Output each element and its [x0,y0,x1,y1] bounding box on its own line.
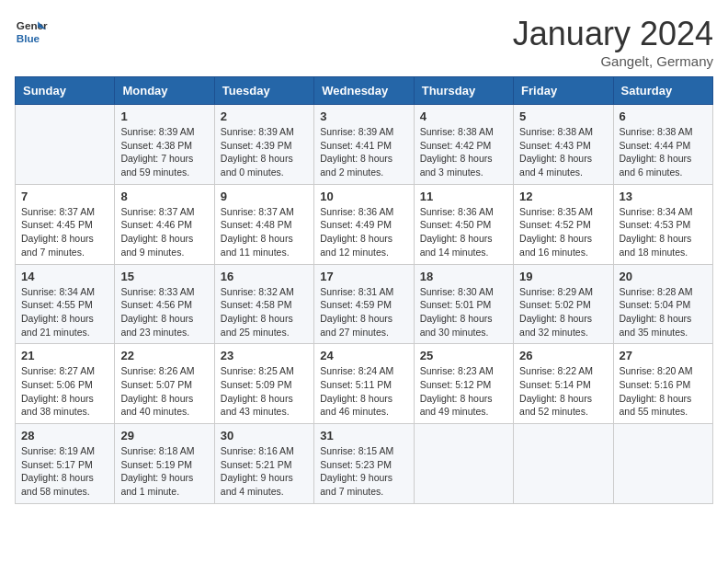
day-info: Sunrise: 8:20 AMSunset: 5:16 PMDaylight:… [620,364,707,419]
calendar-cell: 7Sunrise: 8:37 AMSunset: 4:45 PMDaylight… [16,184,115,264]
weekday-header-thursday: Thursday [414,77,513,105]
svg-text:Blue: Blue [17,32,40,44]
day-info: Sunrise: 8:37 AMSunset: 4:48 PMDaylight:… [221,205,308,259]
logo: General Blue [15,15,48,48]
calendar-cell: 23Sunrise: 8:25 AMSunset: 5:09 PMDayligh… [214,344,313,424]
weekday-header-row: SundayMondayTuesdayWednesdayThursdayFrid… [16,77,713,105]
day-info: Sunrise: 8:33 AMSunset: 4:56 PMDaylight:… [120,285,208,339]
day-info: Sunrise: 8:23 AMSunset: 5:12 PMDaylight:… [420,364,507,419]
day-info: Sunrise: 8:34 AMSunset: 4:53 PMDaylight:… [620,205,707,259]
day-info: Sunrise: 8:30 AMSunset: 5:01 PMDaylight:… [420,285,507,339]
day-number: 16 [221,270,308,283]
day-info: Sunrise: 8:38 AMSunset: 4:44 PMDaylight:… [620,125,707,179]
calendar-cell: 11Sunrise: 8:36 AMSunset: 4:50 PMDayligh… [414,184,513,264]
calendar-cell: 19Sunrise: 8:29 AMSunset: 5:02 PMDayligh… [514,264,613,344]
calendar-cell: 29Sunrise: 8:18 AMSunset: 5:19 PMDayligh… [115,424,214,504]
weekday-header-monday: Monday [115,77,214,105]
day-number: 22 [120,349,208,362]
svg-text:General: General [17,19,48,31]
calendar-cell: 18Sunrise: 8:30 AMSunset: 5:01 PMDayligh… [414,264,513,344]
day-number: 24 [320,349,407,362]
day-number: 15 [120,270,208,283]
day-number: 23 [221,349,308,362]
day-info: Sunrise: 8:25 AMSunset: 5:09 PMDaylight:… [221,364,308,419]
day-info: Sunrise: 8:34 AMSunset: 4:55 PMDaylight:… [21,285,108,339]
day-number: 6 [620,109,707,123]
day-number: 21 [21,349,108,362]
calendar-cell: 28Sunrise: 8:19 AMSunset: 5:17 PMDayligh… [16,424,115,504]
day-number: 12 [519,190,607,203]
weekday-header-wednesday: Wednesday [314,77,414,105]
day-number: 4 [420,109,507,123]
day-info: Sunrise: 8:19 AMSunset: 5:17 PMDaylight:… [21,444,108,499]
day-number: 17 [320,270,407,283]
calendar-week-row: 21Sunrise: 8:27 AMSunset: 5:06 PMDayligh… [16,344,713,424]
day-number: 9 [221,190,308,203]
calendar-cell: 30Sunrise: 8:16 AMSunset: 5:21 PMDayligh… [214,424,313,504]
calendar-cell: 3Sunrise: 8:39 AMSunset: 4:41 PMDaylight… [314,105,414,185]
day-info: Sunrise: 8:37 AMSunset: 4:46 PMDaylight:… [120,205,208,259]
day-number: 5 [519,109,607,123]
calendar-cell: 22Sunrise: 8:26 AMSunset: 5:07 PMDayligh… [115,344,214,424]
calendar-cell: 2Sunrise: 8:39 AMSunset: 4:39 PMDaylight… [214,105,313,185]
calendar-cell: 9Sunrise: 8:37 AMSunset: 4:48 PMDaylight… [214,184,313,264]
calendar-cell: 31Sunrise: 8:15 AMSunset: 5:23 PMDayligh… [314,424,414,504]
day-info: Sunrise: 8:26 AMSunset: 5:07 PMDaylight:… [120,364,208,419]
calendar-cell: 4Sunrise: 8:38 AMSunset: 4:42 PMDaylight… [414,105,513,185]
calendar-cell: 5Sunrise: 8:38 AMSunset: 4:43 PMDaylight… [514,105,613,185]
calendar-cell: 21Sunrise: 8:27 AMSunset: 5:06 PMDayligh… [16,344,115,424]
weekday-header-tuesday: Tuesday [214,77,313,105]
logo-icon: General Blue [15,15,48,48]
weekday-header-friday: Friday [514,77,613,105]
calendar-cell: 10Sunrise: 8:36 AMSunset: 4:49 PMDayligh… [314,184,414,264]
calendar-cell: 27Sunrise: 8:20 AMSunset: 5:16 PMDayligh… [613,344,712,424]
day-number: 25 [420,349,507,362]
day-number: 20 [620,270,707,283]
day-number: 8 [120,190,208,203]
day-number: 1 [120,109,208,123]
day-info: Sunrise: 8:27 AMSunset: 5:06 PMDaylight:… [21,364,108,419]
calendar-cell: 17Sunrise: 8:31 AMSunset: 4:59 PMDayligh… [314,264,414,344]
day-number: 19 [519,270,607,283]
calendar-week-row: 28Sunrise: 8:19 AMSunset: 5:17 PMDayligh… [16,424,713,504]
day-number: 30 [221,429,308,442]
weekday-header-saturday: Saturday [613,77,712,105]
calendar-cell [414,424,513,504]
calendar-cell: 25Sunrise: 8:23 AMSunset: 5:12 PMDayligh… [414,344,513,424]
day-number: 27 [620,349,707,362]
day-info: Sunrise: 8:28 AMSunset: 5:04 PMDaylight:… [620,285,707,339]
calendar-subtitle: Gangelt, Germany [513,53,713,69]
calendar-cell: 13Sunrise: 8:34 AMSunset: 4:53 PMDayligh… [613,184,712,264]
calendar-cell: 8Sunrise: 8:37 AMSunset: 4:46 PMDaylight… [115,184,214,264]
calendar-cell: 1Sunrise: 8:39 AMSunset: 4:38 PMDaylight… [115,105,214,185]
calendar-cell [16,105,115,185]
calendar-cell: 20Sunrise: 8:28 AMSunset: 5:04 PMDayligh… [613,264,712,344]
day-info: Sunrise: 8:18 AMSunset: 5:19 PMDaylight:… [120,444,208,499]
calendar-table: SundayMondayTuesdayWednesdayThursdayFrid… [15,76,713,504]
day-info: Sunrise: 8:38 AMSunset: 4:42 PMDaylight:… [420,125,507,179]
weekday-header-sunday: Sunday [16,77,115,105]
calendar-week-row: 14Sunrise: 8:34 AMSunset: 4:55 PMDayligh… [16,264,713,344]
calendar-cell: 14Sunrise: 8:34 AMSunset: 4:55 PMDayligh… [16,264,115,344]
day-info: Sunrise: 8:29 AMSunset: 5:02 PMDaylight:… [519,285,607,339]
page-header: General Blue January 2024 Gangelt, Germa… [15,15,713,69]
day-info: Sunrise: 8:39 AMSunset: 4:39 PMDaylight:… [221,125,308,179]
calendar-cell: 15Sunrise: 8:33 AMSunset: 4:56 PMDayligh… [115,264,214,344]
title-block: January 2024 Gangelt, Germany [513,15,713,69]
day-info: Sunrise: 8:39 AMSunset: 4:38 PMDaylight:… [120,125,208,179]
calendar-cell: 26Sunrise: 8:22 AMSunset: 5:14 PMDayligh… [514,344,613,424]
calendar-week-row: 7Sunrise: 8:37 AMSunset: 4:45 PMDaylight… [16,184,713,264]
day-number: 31 [320,429,407,442]
day-number: 2 [221,109,308,123]
day-info: Sunrise: 8:15 AMSunset: 5:23 PMDaylight:… [320,444,407,499]
day-info: Sunrise: 8:36 AMSunset: 4:49 PMDaylight:… [320,205,407,259]
day-info: Sunrise: 8:24 AMSunset: 5:11 PMDaylight:… [320,364,407,419]
day-info: Sunrise: 8:22 AMSunset: 5:14 PMDaylight:… [519,364,607,419]
day-number: 10 [320,190,407,203]
day-info: Sunrise: 8:36 AMSunset: 4:50 PMDaylight:… [420,205,507,259]
day-info: Sunrise: 8:31 AMSunset: 4:59 PMDaylight:… [320,285,407,339]
calendar-title: January 2024 [513,15,713,53]
day-info: Sunrise: 8:32 AMSunset: 4:58 PMDaylight:… [221,285,308,339]
calendar-cell: 12Sunrise: 8:35 AMSunset: 4:52 PMDayligh… [514,184,613,264]
day-info: Sunrise: 8:38 AMSunset: 4:43 PMDaylight:… [519,125,607,179]
